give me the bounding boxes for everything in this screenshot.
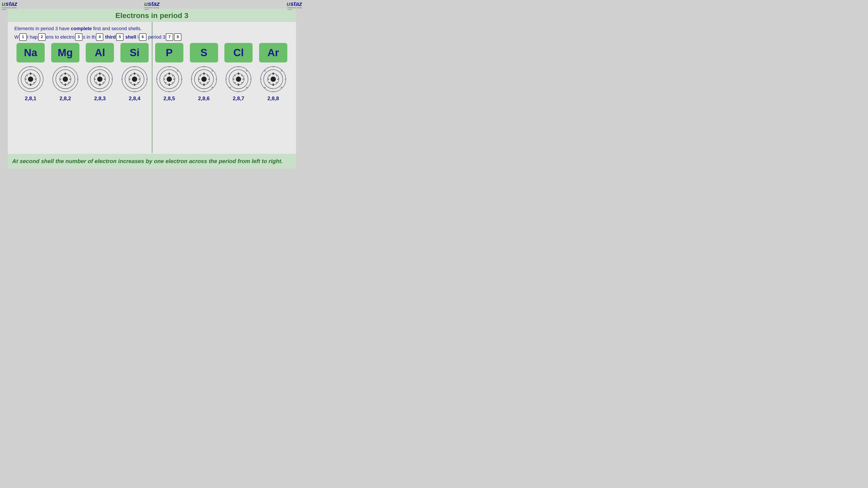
svg-point-57	[130, 82, 132, 84]
svg-point-11	[26, 75, 28, 76]
svg-point-22	[68, 82, 70, 84]
svg-point-28	[68, 75, 70, 76]
svg-point-47	[99, 91, 101, 92]
config-S: 2,8,6	[190, 95, 218, 101]
svg-point-147	[264, 70, 266, 72]
logo-staz: staz	[5, 0, 17, 7]
svg-point-120	[250, 78, 251, 80]
badge-6: 6	[139, 33, 147, 41]
svg-point-113	[238, 83, 239, 85]
svg-point-25	[60, 78, 61, 80]
element-Mg: Mg	[51, 43, 80, 62]
svg-point-84	[177, 70, 179, 72]
svg-point-24	[61, 82, 62, 84]
page-title: Electrons in period 3	[8, 11, 296, 20]
svg-point-146	[264, 87, 266, 89]
svg-point-26	[61, 75, 62, 76]
badge-5: 5	[116, 33, 123, 41]
svg-point-30	[77, 78, 78, 80]
svg-point-96	[199, 75, 201, 76]
svg-point-14	[30, 66, 31, 67]
svg-point-145	[281, 87, 282, 89]
svg-point-139	[276, 75, 278, 76]
svg-point-92	[207, 82, 208, 84]
atom-Al	[86, 65, 114, 93]
atom-P	[155, 65, 183, 93]
svg-point-104	[211, 87, 213, 89]
logo-right: ustaz Professional LearningCentre	[286, 1, 302, 11]
svg-point-93	[203, 83, 205, 85]
svg-point-43	[99, 73, 101, 75]
config-Al: 2,8,3	[86, 95, 114, 101]
bottom-bar: At second shell the number of electron i…	[8, 154, 296, 168]
svg-point-62	[134, 66, 135, 67]
logo-sub-left: Professional LearningCentre	[2, 7, 17, 11]
config-Mg: 2,8,2	[51, 95, 80, 101]
svg-point-100	[216, 78, 217, 80]
svg-point-44	[103, 75, 104, 76]
svg-point-123	[246, 70, 248, 72]
svg-point-80	[168, 66, 170, 67]
config-Si: 2,8,4	[120, 95, 149, 101]
config-P: 2,8,5	[155, 95, 183, 101]
svg-point-9	[26, 82, 28, 84]
element-Ar: Ar	[259, 43, 287, 62]
svg-point-103	[211, 70, 213, 72]
svg-point-46	[112, 78, 113, 80]
svg-point-13	[33, 75, 35, 76]
svg-point-101	[203, 91, 205, 92]
config-Ar: 2,8,8	[259, 95, 287, 101]
badge-1: 1	[19, 33, 27, 41]
svg-point-8	[30, 83, 31, 85]
svg-point-31	[97, 76, 102, 82]
svg-point-40	[95, 82, 97, 84]
svg-point-73	[172, 82, 174, 84]
svg-point-141	[285, 78, 286, 80]
svg-point-124	[246, 87, 248, 89]
element-P: P	[155, 43, 183, 62]
svg-point-118	[241, 75, 243, 76]
svg-point-65	[122, 78, 123, 80]
svg-point-38	[103, 82, 104, 84]
svg-point-66	[167, 76, 172, 82]
svg-point-126	[271, 76, 276, 82]
svg-point-75	[165, 82, 166, 84]
svg-point-41	[94, 78, 96, 80]
svg-point-122	[225, 78, 227, 80]
content-area: Elements in period 3 have complete first…	[8, 22, 296, 153]
logo-sub-center: Professional LearningCentre	[144, 7, 159, 11]
svg-point-94	[199, 82, 201, 84]
svg-point-63	[146, 78, 148, 80]
svg-point-42	[95, 75, 97, 76]
svg-point-54	[139, 78, 140, 80]
svg-point-144	[281, 70, 282, 72]
svg-point-78	[168, 73, 170, 75]
svg-point-72	[173, 78, 175, 80]
svg-point-95	[198, 78, 200, 80]
svg-point-111	[243, 78, 244, 80]
element-Na: Na	[17, 43, 45, 62]
svg-point-79	[172, 75, 174, 76]
svg-point-61	[137, 75, 139, 76]
svg-point-102	[191, 78, 192, 80]
svg-point-60	[134, 73, 135, 75]
bottom-text: At second shell the number of electron i…	[12, 157, 292, 165]
svg-point-27	[64, 73, 66, 75]
svg-point-10	[25, 78, 27, 80]
atom-Na	[17, 65, 45, 93]
title-bar: Electrons in period 3	[8, 9, 296, 22]
svg-point-29	[64, 66, 66, 67]
svg-point-117	[238, 73, 239, 75]
svg-point-132	[277, 78, 279, 80]
svg-point-82	[168, 91, 170, 92]
element-Cl: Cl	[224, 43, 253, 62]
svg-point-112	[241, 82, 243, 84]
atom-Ar	[259, 65, 287, 93]
logo-u: u	[2, 0, 5, 7]
svg-point-81	[181, 78, 182, 80]
svg-point-105	[236, 76, 241, 82]
svg-point-37	[104, 78, 105, 80]
svg-point-91	[208, 78, 209, 80]
svg-point-77	[165, 75, 166, 76]
element-S: S	[190, 43, 218, 62]
